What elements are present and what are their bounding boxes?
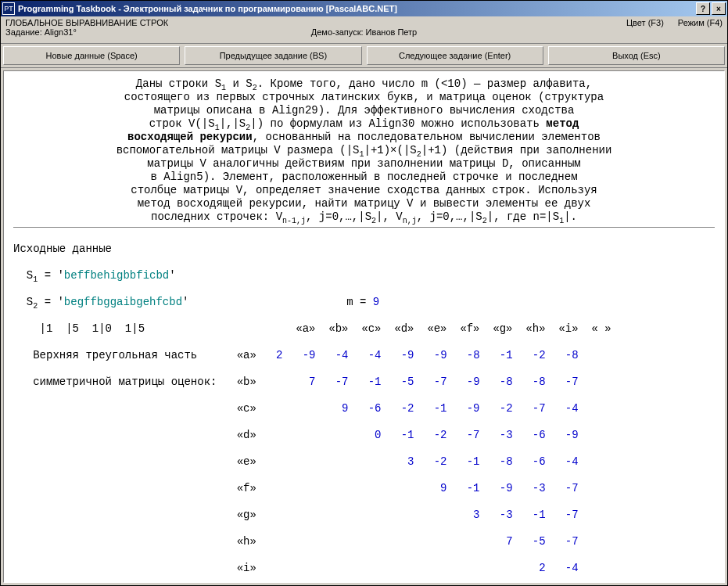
task-group-label: ГЛОБАЛЬНОЕ ВЫРАВНИВАНИЕ СТРОК <box>5 18 168 27</box>
next-task-button[interactable]: Следующее задание (Enter) <box>367 46 543 65</box>
window-title: Programming Taskbook - Электронный задач… <box>18 4 694 13</box>
close-button[interactable]: × <box>712 2 726 15</box>
button-row: Новые данные (Space) Предыдущее задание … <box>1 44 727 68</box>
task-text: Даны строки S1 и S2. Кроме того, дано чи… <box>13 77 715 224</box>
demo-run-label: Демо-запуск: Иванов Петр <box>311 27 417 37</box>
help-button[interactable]: ? <box>696 2 710 15</box>
new-data-button[interactable]: Новые данные (Space) <box>3 46 180 65</box>
m-value: 9 <box>373 296 379 308</box>
input-header: Исходные данные <box>13 243 112 255</box>
prev-task-button[interactable]: Предыдущее задание (BS) <box>185 46 361 65</box>
task-id-label: Задание: Align31° <box>5 27 168 37</box>
content-area: Даны строки S1 и S2. Кроме того, дано чи… <box>3 70 725 583</box>
s2-value: begffbggaibgehfcbd <box>64 296 182 308</box>
titlebar: PT Programming Taskbook - Электронный за… <box>1 1 727 16</box>
app-icon: PT <box>2 2 15 15</box>
input-section: Исходные данные S1 = 'beffbehigbbficbd' … <box>13 229 715 583</box>
info-bar: ГЛОБАЛЬНОЕ ВЫРАВНИВАНИЕ СТРОК Задание: A… <box>1 16 727 44</box>
s1-value: beffbehigbbficbd <box>64 269 169 282</box>
mode-hint[interactable]: Режим (F4) <box>678 18 723 27</box>
app-window: PT Programming Taskbook - Электронный за… <box>0 0 728 586</box>
color-hint[interactable]: Цвет (F3) <box>626 18 664 27</box>
exit-button[interactable]: Выход (Esc) <box>548 46 725 65</box>
separator <box>13 227 715 228</box>
